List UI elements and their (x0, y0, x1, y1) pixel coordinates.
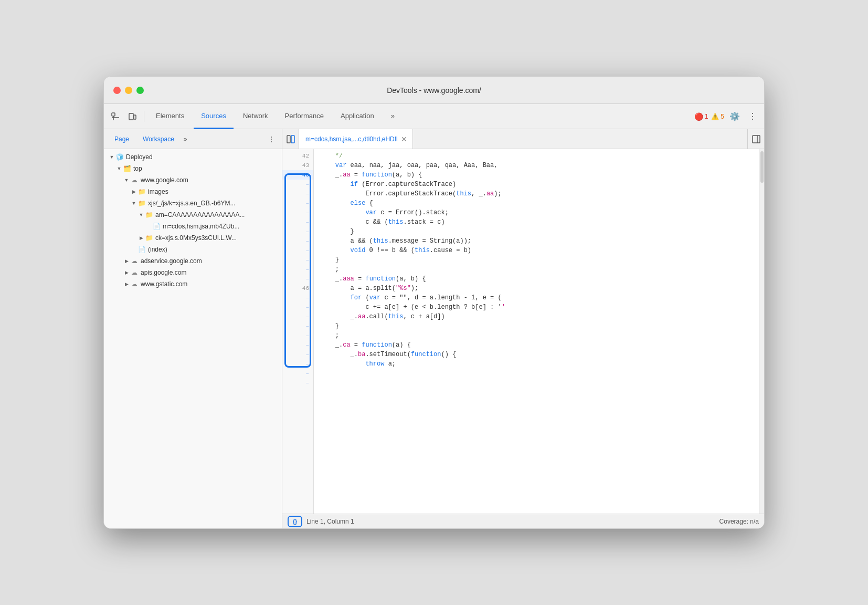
code-line-else: else { (320, 199, 753, 208)
svg-rect-6 (291, 135, 294, 143)
line-dash-3[interactable]: – (282, 199, 313, 208)
tree-item-ck[interactable]: ▶ 📁 ck=xjs.s.0Mx5ys3sCUI.L.W... (104, 232, 282, 244)
toolbar-separator (144, 111, 144, 122)
inspect-element-icon[interactable] (108, 109, 123, 124)
tree-item-deployed[interactable]: ▼ 🧊 Deployed (104, 151, 282, 163)
sidebar-tab-more[interactable]: » (184, 135, 187, 143)
tree-item-google[interactable]: ▼ ☁ www.google.com (104, 174, 282, 186)
line-43[interactable]: 43 (282, 161, 313, 170)
tree-item-gstatic[interactable]: ▶ ☁ www.gstatic.com (104, 278, 282, 290)
editor-file-tab[interactable]: m=cdos,hsm,jsa,...c,dtl0hd,eHDfl ✕ (299, 129, 413, 149)
file-tab-close-icon[interactable]: ✕ (401, 135, 407, 143)
code-content[interactable]: */ var eaa, naa, jaa, oaa, paa, qaa, Aaa… (314, 149, 759, 514)
label-xjs: xjs/_/js/k=xjs.s.en_GB.-b6YM... (148, 200, 235, 207)
sidebar-tab-workspace[interactable]: Workspace (136, 129, 181, 149)
tab-application[interactable]: Application (333, 104, 382, 129)
sidebar-toggle-icon[interactable] (747, 129, 764, 149)
line-dash-9[interactable]: – (282, 255, 313, 265)
device-toggle-icon[interactable] (125, 109, 140, 124)
code-line-aacall: _.aa.call(this, c + a[d]) (320, 312, 753, 321)
line-dash-15[interactable]: – (282, 321, 313, 331)
line-dash-11[interactable]: – (282, 274, 313, 284)
tab-network[interactable]: Network (236, 104, 276, 129)
close-button[interactable] (113, 87, 121, 94)
tree-item-mcdos[interactable]: 📄 m=cdos,hsm,jsa,mb4ZUb... (104, 221, 282, 232)
folder-icon-ck: 📁 (145, 234, 153, 242)
file-icon-index: 📄 (137, 245, 146, 254)
svg-rect-7 (753, 135, 760, 143)
line-dash-12[interactable]: – (282, 293, 313, 302)
code-line-capturestack: Error.captureStackTrace(this, _.aa); (320, 189, 753, 199)
label-deployed: Deployed (126, 153, 153, 161)
tab-sources[interactable]: Sources (194, 104, 234, 129)
code-line-ca: _.ca = function(a) { (320, 340, 753, 350)
titlebar: DevTools - www.google.com/ (104, 77, 764, 104)
tree-item-apis[interactable]: ▶ ☁ apis.google.com (104, 267, 282, 278)
code-line-if: if (Error.captureStackTrace) (320, 180, 753, 189)
editor-scroll-thumb[interactable] (760, 151, 764, 183)
warn-badge[interactable]: ⚠️ 5 (711, 113, 724, 120)
line-dash-18[interactable]: – (282, 350, 313, 359)
line-dash-8[interactable]: – (282, 246, 313, 255)
sidebar-action-more[interactable]: ⋮ (265, 133, 278, 145)
format-button[interactable]: {} (288, 516, 302, 527)
sidebar-tab-page[interactable]: Page (108, 129, 135, 149)
tree-item-images[interactable]: ▶ 📁 images (104, 186, 282, 197)
tree-arrow-ck: ▶ (137, 234, 145, 242)
line-dash-13[interactable]: – (282, 302, 313, 312)
line-dash-19[interactable]: – (282, 359, 313, 369)
label-gstatic: www.gstatic.com (141, 280, 187, 288)
line-42[interactable]: 42 (282, 151, 313, 161)
tab-elements[interactable]: Elements (149, 104, 192, 129)
more-options-icon[interactable]: ⋮ (745, 109, 760, 124)
main-content: Page Workspace » ⋮ ▼ 🧊 Deployed (104, 129, 764, 528)
warn-icon: ⚠️ (711, 113, 719, 120)
folder-icon-images: 📁 (137, 187, 146, 196)
line-dash-5[interactable]: – (282, 217, 313, 227)
editor-scrollbar[interactable] (759, 149, 764, 514)
label-google: www.google.com (141, 176, 188, 184)
code-line-43: var eaa, naa, jaa, oaa, paa, qaa, Aaa, B… (320, 161, 753, 170)
line-dash-14[interactable]: – (282, 312, 313, 321)
tree-item-am[interactable]: ▼ 📁 am=CAAAAAAAAAAAAAAAA... (104, 209, 282, 221)
line-dash-6[interactable]: – (282, 227, 313, 236)
line-dash-7[interactable]: – (282, 236, 313, 246)
toolbar-right-area: 🔴 1 ⚠️ 5 ⚙️ ⋮ (694, 109, 760, 124)
file-yellow-icon: 📄 (152, 222, 161, 231)
line-dash-20[interactable]: – (282, 369, 313, 378)
label-index: (index) (148, 246, 167, 253)
tab-performance[interactable]: Performance (278, 104, 331, 129)
code-line-close-aaa: } (320, 321, 753, 331)
tree-item-adservice[interactable]: ▶ ☁ adservice.google.com (104, 255, 282, 267)
line-46[interactable]: 46 (282, 284, 313, 293)
line-dash-2[interactable]: – (282, 189, 313, 199)
tree-arrow-top: ▼ (115, 165, 123, 172)
line-dash-1[interactable]: – (282, 180, 313, 189)
editor-panel: m=cdos,hsm,jsa,...c,dtl0hd,eHDfl ✕ 42 43… (282, 129, 764, 528)
sources-panel-toggle-icon[interactable] (282, 129, 299, 149)
code-line-for: for (var c = "", d = a.length - 1, e = ( (320, 293, 753, 302)
line-dash-21[interactable]: – (282, 378, 313, 388)
page-icon: 🗂️ (123, 164, 131, 173)
editor-tabs-bar: m=cdos,hsm,jsa,...c,dtl0hd,eHDfl ✕ (282, 129, 764, 149)
tab-more[interactable]: » (384, 104, 402, 129)
settings-icon[interactable]: ⚙️ (727, 109, 742, 124)
tree-arrow-xjs: ▼ (130, 200, 137, 207)
line-dash-10[interactable]: – (282, 265, 313, 274)
error-badge[interactable]: 🔴 1 (694, 112, 708, 121)
svg-rect-4 (134, 115, 136, 119)
tree-arrow-google: ▼ (123, 176, 130, 184)
sidebar-tabs-bar: Page Workspace » ⋮ (104, 129, 282, 149)
tree-arrow-gstatic: ▶ (123, 280, 130, 288)
tree-item-xjs[interactable]: ▼ 📁 xjs/_/js/k=xjs.s.en_GB.-b6YM... (104, 197, 282, 209)
line-45[interactable]: 45 (282, 170, 313, 180)
line-dash-4[interactable]: – (282, 208, 313, 217)
line-dash-16[interactable]: – (282, 331, 313, 340)
maximize-button[interactable] (136, 87, 144, 94)
tree-item-index[interactable]: 📄 (index) (104, 244, 282, 255)
sidebar-file-tree[interactable]: ▼ 🧊 Deployed ▼ 🗂️ top ▼ ☁ www.google.com (104, 149, 282, 528)
minimize-button[interactable] (125, 87, 132, 94)
cube-icon: 🧊 (115, 153, 124, 161)
line-dash-17[interactable]: – (282, 340, 313, 350)
tree-item-top[interactable]: ▼ 🗂️ top (104, 163, 282, 174)
